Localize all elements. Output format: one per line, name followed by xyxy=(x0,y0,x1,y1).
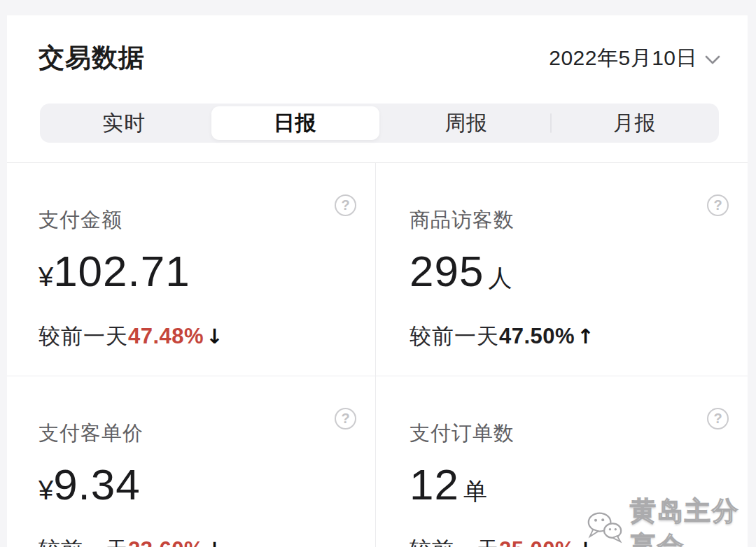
help-icon[interactable]: ? xyxy=(707,408,729,429)
date-picker[interactable]: 2022年5月10日 xyxy=(549,44,721,73)
metric-change: 较前一天25.00%↓ xyxy=(410,537,720,547)
metric-number: 12 xyxy=(410,460,459,509)
change-percent: 47.48% xyxy=(128,324,204,348)
metric-label: 支付金额 xyxy=(38,208,347,232)
tab-monthly-report[interactable]: 月报 xyxy=(551,104,720,143)
change-percent: 25.00% xyxy=(499,537,575,547)
change-prefix: 较前一天 xyxy=(38,537,128,547)
currency-symbol: ¥ xyxy=(38,476,53,505)
tab-monthly-label: 月报 xyxy=(613,109,657,138)
transaction-data-panel: 交易数据 2022年5月10日 实时 日报 周报 月报 xyxy=(7,15,748,547)
metric-unit: 人 xyxy=(488,264,512,291)
change-prefix: 较前一天 xyxy=(38,324,128,348)
card-product-visitors: 商品访客数 295人 较前一天47.50%↑ ? xyxy=(376,163,748,376)
tab-daily-report[interactable]: 日报 xyxy=(211,106,380,140)
metric-change: 较前一天47.48%↓ xyxy=(38,324,347,349)
change-percent: 47.50% xyxy=(499,324,575,348)
tab-weekly-report[interactable]: 周报 xyxy=(382,104,551,143)
panel-header: 交易数据 2022年5月10日 实时 日报 周报 月报 xyxy=(7,15,748,143)
help-icon[interactable]: ? xyxy=(707,194,729,216)
help-icon[interactable]: ? xyxy=(335,194,356,216)
date-picker-value: 2022年5月10日 xyxy=(549,44,697,73)
tab-realtime[interactable]: 实时 xyxy=(40,104,209,143)
metric-change: 较前一天23.60%↓ xyxy=(38,537,347,547)
arrow-down-icon: ↓ xyxy=(577,538,594,547)
report-period-tabbar: 实时 日报 周报 月报 xyxy=(40,104,719,143)
arrow-down-icon: ↓ xyxy=(206,538,223,547)
change-prefix: 较前一天 xyxy=(410,537,499,547)
metric-value: 295人 xyxy=(410,250,720,304)
tab-separator xyxy=(550,113,552,133)
metric-value: ¥9.34 xyxy=(38,463,347,518)
arrow-up-icon: ↑ xyxy=(577,325,594,348)
currency-symbol: ¥ xyxy=(38,262,53,292)
help-icon[interactable]: ? xyxy=(335,408,356,429)
metrics-grid: 支付金额 ¥102.71 较前一天47.48%↓ ? 商品访客数 295人 较前… xyxy=(7,162,748,547)
metric-number: 102.71 xyxy=(53,247,190,295)
metric-label: 支付客单价 xyxy=(38,421,347,445)
metric-number: 9.34 xyxy=(53,460,141,509)
card-payment-amount: 支付金额 ¥102.71 较前一天47.48%↓ ? xyxy=(7,163,376,376)
metric-label: 商品访客数 xyxy=(410,208,720,232)
change-prefix: 较前一天 xyxy=(410,324,499,348)
metric-change: 较前一天47.50%↑ xyxy=(410,324,720,349)
chevron-down-icon xyxy=(704,55,721,65)
metric-value: ¥102.71 xyxy=(38,250,347,304)
page-title: 交易数据 xyxy=(38,41,145,76)
metric-unit: 单 xyxy=(463,478,487,504)
metric-number: 295 xyxy=(410,247,484,295)
metric-label: 支付订单数 xyxy=(410,421,720,445)
card-payment-orders: 支付订单数 12单 较前一天25.00%↓ ? xyxy=(376,376,748,547)
metric-value: 12单 xyxy=(410,463,720,518)
change-percent: 23.60% xyxy=(128,537,204,547)
arrow-down-icon: ↓ xyxy=(206,325,223,348)
card-payment-per-customer: 支付客单价 ¥9.34 较前一天23.60%↓ ? xyxy=(7,376,376,547)
